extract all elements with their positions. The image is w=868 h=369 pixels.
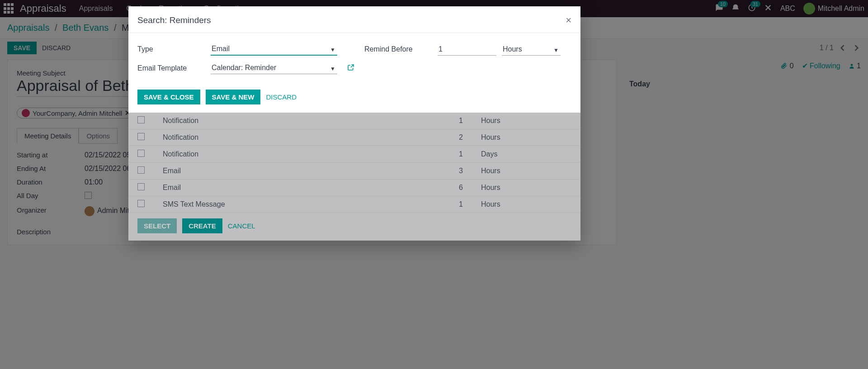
table-row[interactable]: Notification 1 Days [128, 146, 580, 163]
row-checkbox[interactable] [137, 116, 145, 123]
email-template-select[interactable] [211, 62, 337, 74]
save-and-new-button[interactable]: SAVE & NEW [206, 90, 261, 104]
row-unit: Hours [472, 180, 526, 196]
table-row[interactable]: Email 6 Hours [128, 180, 580, 196]
select-button[interactable]: SELECT [137, 218, 177, 233]
external-link-icon[interactable] [347, 64, 354, 73]
remind-before-number[interactable] [438, 43, 496, 56]
row-unit: Hours [472, 163, 526, 180]
cancel-button[interactable]: CANCEL [228, 222, 255, 230]
row-checkbox[interactable] [137, 150, 145, 157]
row-unit: Days [472, 146, 526, 163]
modal-title: Search: Reminders [137, 15, 566, 25]
row-unit: Hours [472, 113, 526, 129]
row-checkbox[interactable] [137, 166, 145, 174]
table-row[interactable]: Email 3 Hours [128, 163, 580, 180]
row-checkbox[interactable] [137, 200, 145, 207]
row-unit: Hours [472, 129, 526, 146]
row-amount: 1 [436, 113, 472, 129]
row-type: Notification [154, 113, 436, 129]
table-row[interactable]: Notification 1 Hours [128, 113, 580, 129]
row-amount: 1 [436, 196, 472, 213]
modal-discard-button[interactable]: DISCARD [266, 93, 297, 101]
row-unit: Hours [472, 196, 526, 213]
row-amount: 6 [436, 180, 472, 196]
remind-before-unit[interactable] [502, 43, 561, 56]
row-amount: 3 [436, 163, 472, 180]
type-select[interactable] [211, 43, 337, 56]
create-button[interactable]: CREATE [182, 218, 222, 233]
search-results-section: Notification 1 Hours Notification 2 Hour… [128, 113, 580, 241]
row-type: SMS Text Message [154, 196, 436, 213]
table-row[interactable]: Notification 2 Hours [128, 129, 580, 146]
reminders-modal: Search: Reminders × Type ▼ Remind Before [128, 6, 580, 241]
type-label: Type [137, 45, 205, 53]
create-reminder-modal: Search: Reminders × Type ▼ Remind Before [128, 6, 580, 113]
remind-before-label: Remind Before [364, 45, 432, 53]
row-amount: 2 [436, 129, 472, 146]
row-type: Notification [154, 146, 436, 163]
table-row[interactable]: SMS Text Message 1 Hours [128, 196, 580, 213]
row-checkbox[interactable] [137, 133, 145, 140]
email-template-label: Email Template [137, 64, 205, 72]
reminders-table: Notification 1 Hours Notification 2 Hour… [128, 113, 580, 213]
row-type: Notification [154, 129, 436, 146]
row-checkbox[interactable] [137, 183, 145, 190]
row-type: Email [154, 180, 436, 196]
row-amount: 1 [436, 146, 472, 163]
row-type: Email [154, 163, 436, 180]
modal-close-icon[interactable]: × [566, 14, 571, 26]
save-and-close-button[interactable]: SAVE & CLOSE [137, 90, 200, 104]
